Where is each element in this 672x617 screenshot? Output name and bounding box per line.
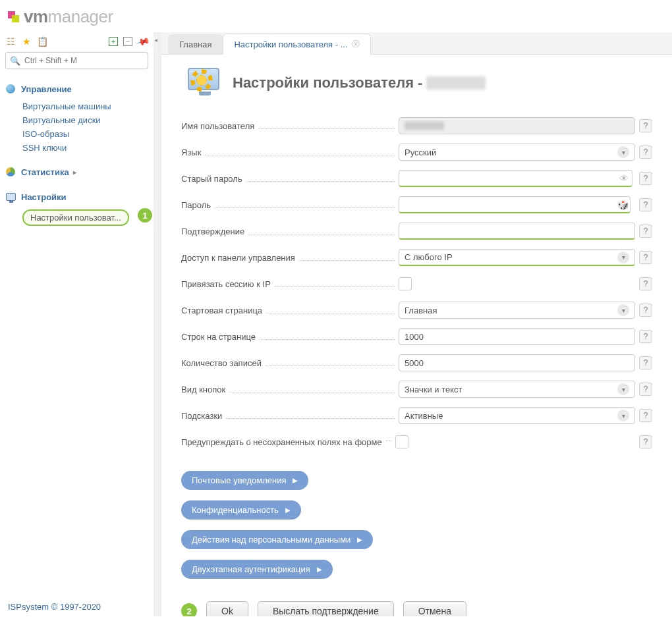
label-buttons: Вид кнопок <box>181 385 399 394</box>
sidebar: ☷ ★ 📋 + − 📌 🔍 Управление Виртуальные маш… <box>0 32 154 616</box>
label-access: Доступ к панели управления <box>181 253 399 263</box>
nav-item-iso[interactable]: ISO-образы <box>21 127 148 141</box>
expand-all-icon[interactable]: + <box>109 37 118 46</box>
help-icon[interactable]: ? <box>639 435 652 448</box>
collapse-arrow-icon: ◂ <box>154 36 157 43</box>
tab-label: Главная <box>179 40 211 49</box>
logo-text: vmmanager <box>24 7 113 27</box>
cancel-button[interactable]: Отмена <box>403 601 466 616</box>
star-icon[interactable]: ★ <box>21 36 32 47</box>
clipboard-icon[interactable]: 📋 <box>37 36 47 47</box>
help-icon[interactable]: ? <box>639 409 652 422</box>
close-tab-icon[interactable]: ⓧ <box>352 39 360 50</box>
chevron-down-icon: ▾ <box>617 304 629 316</box>
help-icon[interactable]: ? <box>639 330 652 343</box>
select-hints[interactable]: Активные▾ <box>399 407 635 424</box>
page-title: Настройки пользователя - <box>233 74 486 92</box>
sidebar-splitter[interactable]: ◂ <box>154 32 161 616</box>
chevron-right-icon: ▶ <box>357 536 362 543</box>
logo-icon <box>8 11 20 23</box>
label-bind-ip: Привязать сессию к IP <box>181 279 399 289</box>
section-personal-data[interactable]: Действия над персональными данными▶ <box>181 530 373 549</box>
chevron-right-icon: ▶ <box>317 566 322 573</box>
ok-button[interactable]: Ok <box>206 601 248 616</box>
select-access[interactable]: С любого IP▾ <box>399 249 635 266</box>
copyright[interactable]: ISPsystem © 1997-2020 <box>8 602 101 612</box>
input-records[interactable] <box>399 354 635 371</box>
send-confirmation-button[interactable]: Выслать подтверждение <box>258 601 394 616</box>
help-icon[interactable]: ? <box>639 251 652 264</box>
help-icon[interactable]: ? <box>639 383 652 396</box>
label-hints: Подсказки <box>181 411 399 421</box>
eye-icon[interactable]: 👁 <box>619 173 629 184</box>
nav-section-label: Статистика <box>21 167 69 177</box>
sidebar-toolbar: ☷ ★ 📋 + − 📌 <box>5 36 148 47</box>
dice-icon[interactable]: 🎲 <box>617 200 629 210</box>
nav-section-label: Управление <box>21 84 72 94</box>
tab-label: Настройки пользователя - ... <box>234 40 347 49</box>
section-privacy[interactable]: Конфиденциальность▶ <box>181 500 301 520</box>
section-2fa[interactable]: Двухэтапная аутентификация▶ <box>181 560 333 579</box>
nav-item-vms[interactable]: Виртуальные машины <box>21 99 148 113</box>
label-language: Язык <box>181 148 399 157</box>
label-old-password: Старый пароль <box>181 174 399 184</box>
nav-item-user-settings[interactable]: Настройки пользоват... <box>22 209 129 226</box>
input-password[interactable] <box>399 196 630 213</box>
globe-icon <box>5 84 16 94</box>
tab-user-settings[interactable]: Настройки пользователя - ... ⓧ <box>223 34 370 55</box>
page-icon <box>188 68 222 98</box>
label-password: Пароль <box>181 200 399 210</box>
section-mail-notifications[interactable]: Почтовые уведомления▶ <box>181 471 308 490</box>
chevron-down-icon: ▾ <box>617 146 629 158</box>
chevron-down-icon: ▾ <box>617 410 629 421</box>
logo-bar: vmmanager <box>0 0 672 32</box>
chevron-right-icon: ▸ <box>73 169 76 176</box>
chevron-down-icon: ▾ <box>617 252 629 263</box>
nav-section-settings[interactable]: Настройки <box>5 189 148 205</box>
tree-icon[interactable]: ☷ <box>5 36 16 47</box>
input-confirm[interactable] <box>399 223 635 240</box>
help-icon[interactable]: ? <box>639 198 652 211</box>
nav-section-management[interactable]: Управление <box>5 81 148 97</box>
select-language[interactable]: Русский▾ <box>399 144 635 161</box>
label-confirm: Подтверждение <box>181 227 399 236</box>
nav-section-label: Настройки <box>21 192 67 202</box>
monitor-icon <box>5 192 16 202</box>
label-rows: Строк на странице <box>181 332 399 342</box>
sidebar-search[interactable]: 🔍 <box>5 52 148 69</box>
search-icon: 🔍 <box>10 56 20 66</box>
footer-buttons: 2 Ok Выслать подтверждение Отмена <box>181 591 652 616</box>
checkbox-warn-unsaved[interactable] <box>395 435 408 448</box>
nav-item-ssh[interactable]: SSH ключи <box>21 141 148 155</box>
collapse-all-icon[interactable]: − <box>123 37 132 46</box>
pie-icon <box>5 167 16 177</box>
input-username[interactable] <box>399 117 635 134</box>
input-rows[interactable] <box>399 328 635 345</box>
help-icon[interactable]: ? <box>639 277 652 290</box>
help-icon[interactable]: ? <box>639 225 652 238</box>
help-icon[interactable]: ? <box>639 304 652 317</box>
tab-bar: Главная Настройки пользователя - ... ⓧ <box>161 32 672 55</box>
nav-item-disks[interactable]: Виртуальные диски <box>21 113 148 127</box>
help-icon[interactable]: ? <box>639 146 652 159</box>
callout-badge-1: 1 <box>138 208 152 223</box>
help-icon[interactable]: ? <box>639 119 652 132</box>
pin-icon[interactable]: 📌 <box>136 34 150 49</box>
input-old-password[interactable] <box>399 170 632 187</box>
tab-main[interactable]: Главная <box>168 34 223 54</box>
label-startpage: Стартовая страница <box>181 306 399 315</box>
search-input[interactable] <box>24 56 144 65</box>
label-warn-unsaved: Предупреждать о несохраненных полях на ф… <box>181 437 382 447</box>
select-startpage[interactable]: Главная▾ <box>399 302 635 319</box>
page-header: Настройки пользователя - <box>188 68 652 98</box>
chevron-down-icon: ▾ <box>617 383 629 395</box>
checkbox-bind-ip[interactable] <box>399 277 412 290</box>
redacted-username <box>426 76 486 90</box>
help-icon[interactable]: ? <box>639 172 652 185</box>
help-icon[interactable]: ? <box>639 356 652 369</box>
label-username: Имя пользователя <box>181 121 399 131</box>
select-buttons[interactable]: Значки и текст▾ <box>399 381 635 398</box>
chevron-right-icon: ▶ <box>285 506 291 514</box>
nav-section-stats[interactable]: Статистика ▸ <box>5 164 148 180</box>
label-records: Количество записей <box>181 358 399 368</box>
